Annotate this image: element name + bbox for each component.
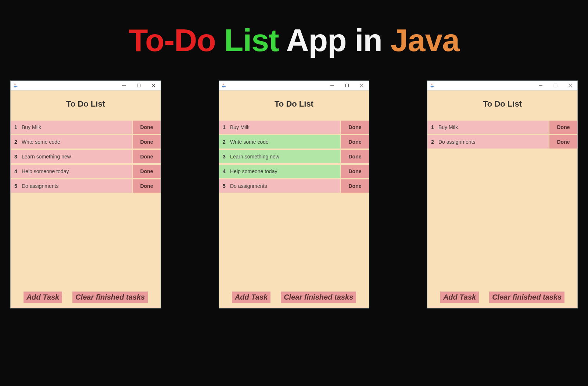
task-number: 5 [14,183,18,189]
done-button[interactable]: Done [132,179,161,193]
app-title: To Do List [427,90,577,120]
minimize-icon [122,83,126,88]
task-main[interactable]: 1Buy Milk [11,121,132,134]
task-row: 3Learn something newDone [219,149,369,164]
add-task-button[interactable]: Add Task [24,292,62,303]
task-row: 1Buy MilkDone [11,120,161,135]
clear-finished-button[interactable]: Clear finished tasks [489,292,564,303]
task-text: Do assignments [230,183,267,189]
app-body: To Do List1Buy MilkDone2Write some codeD… [219,90,369,308]
task-row: 2Do assignmentsDone [427,135,577,149]
task-text: Learn something new [22,154,71,160]
heading-part-4: Java [391,22,459,58]
minimize-button[interactable] [533,81,548,90]
task-row: 1Buy MilkDone [427,120,577,135]
close-button[interactable] [146,81,161,90]
task-number: 2 [14,139,18,145]
windows-row: To Do List1Buy MilkDone2Write some codeD… [0,73,588,308]
svg-rect-5 [345,84,348,87]
task-text: Help someone today [230,168,277,174]
task-main[interactable]: 4Help someone today [219,165,340,178]
page-heading: To-Do List App in Java [0,0,588,73]
task-text: Do assignments [438,139,475,145]
bottom-bar: Add TaskClear finished tasks [11,292,161,303]
add-task-button[interactable]: Add Task [440,292,479,303]
app-body: To Do List1Buy MilkDone2Write some codeD… [11,90,161,308]
task-number: 2 [223,139,226,145]
done-button[interactable]: Done [132,121,161,134]
app-window: To Do List1Buy MilkDone2Do assignmentsDo… [427,81,578,308]
task-main[interactable]: 2Do assignments [427,135,549,149]
done-button[interactable]: Done [132,135,161,149]
task-main[interactable]: 2Write some code [11,135,132,149]
task-number: 1 [223,124,226,130]
task-row: 5Do assignmentsDone [219,179,369,193]
task-number: 3 [14,154,18,160]
titlebar-left [427,83,435,88]
task-text: Learn something new [230,154,279,160]
bottom-bar: Add TaskClear finished tasks [427,292,577,303]
done-button[interactable]: Done [340,150,369,163]
heading-part-1: To-Do [129,22,216,58]
task-main[interactable]: 3Learn something new [219,150,340,163]
minimize-button[interactable] [116,81,131,90]
close-icon [151,83,155,87]
add-task-button[interactable]: Add Task [232,292,270,303]
done-button[interactable]: Done [340,179,369,193]
close-button[interactable] [563,81,577,90]
minimize-icon [330,83,334,88]
maximize-button[interactable] [340,81,354,90]
task-row: 4Help someone todayDone [219,164,369,179]
titlebar-controls [325,81,369,90]
heading-part-3: App in [286,22,382,58]
app-window: To Do List1Buy MilkDone2Write some codeD… [10,81,161,308]
bottom-bar: Add TaskClear finished tasks [219,292,369,303]
task-list: 1Buy MilkDone2Write some codeDone3Learn … [11,120,161,193]
titlebar-controls [116,81,161,90]
done-button[interactable]: Done [340,135,369,149]
task-main[interactable]: 4Help someone today [11,165,132,178]
app-title: To Do List [219,90,369,120]
task-number: 1 [431,124,435,130]
maximize-button[interactable] [131,81,146,90]
done-button[interactable]: Done [340,121,369,134]
window-titlebar[interactable] [11,81,161,90]
close-button[interactable] [354,81,369,90]
task-number: 1 [14,124,18,130]
task-number: 4 [223,168,226,174]
task-text: Buy Milk [438,124,458,130]
task-number: 4 [14,168,18,174]
svg-rect-1 [137,84,140,87]
task-number: 3 [223,154,226,160]
minimize-icon [538,83,543,88]
window-titlebar[interactable] [427,81,577,90]
task-text: Help someone today [22,168,69,174]
task-main[interactable]: 5Do assignments [219,179,340,193]
maximize-icon [345,83,349,87]
task-text: Do assignments [22,183,58,189]
task-main[interactable]: 2Write some code [219,135,340,149]
close-icon [360,83,364,87]
done-button[interactable]: Done [549,121,577,134]
window-titlebar[interactable] [219,81,369,90]
task-list: 1Buy MilkDone2Do assignmentsDone [427,120,577,149]
task-list: 1Buy MilkDone2Write some codeDone3Learn … [219,120,369,193]
close-icon [568,83,572,87]
task-main[interactable]: 1Buy Milk [219,121,340,134]
titlebar-controls [533,81,577,90]
done-button[interactable]: Done [340,165,369,178]
done-button[interactable]: Done [549,135,577,149]
maximize-button[interactable] [548,81,563,90]
minimize-button[interactable] [325,81,340,90]
task-row: 5Do assignmentsDone [11,179,161,193]
task-text: Buy Milk [22,124,41,130]
done-button[interactable]: Done [132,165,161,178]
clear-finished-button[interactable]: Clear finished tasks [281,292,356,303]
done-button[interactable]: Done [132,150,161,163]
task-main[interactable]: 5Do assignments [11,179,132,193]
task-main[interactable]: 3Learn something new [11,150,132,163]
clear-finished-button[interactable]: Clear finished tasks [72,292,148,303]
task-main[interactable]: 1Buy Milk [427,121,549,134]
java-icon [221,83,226,88]
svg-rect-9 [554,84,557,87]
